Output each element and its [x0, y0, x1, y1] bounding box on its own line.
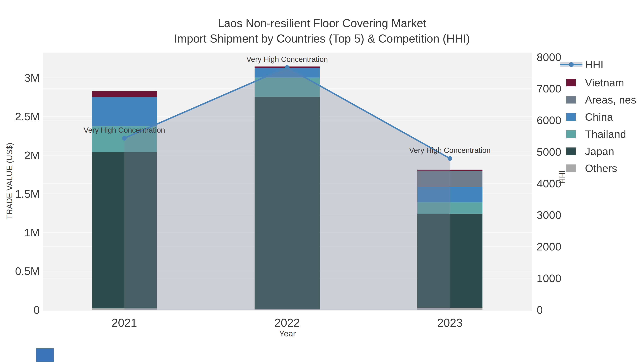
legend-label: Areas, nes	[585, 94, 636, 106]
annotation-2021: Very High Concentration	[84, 126, 165, 134]
legend-label: Vietnam	[585, 77, 624, 89]
y-left-tick: 1.5M	[15, 188, 40, 200]
y-right-tick: 8000	[537, 51, 561, 63]
y-right-tick: 5000	[537, 146, 561, 158]
legend-item-hhi[interactable]: HHI	[560, 59, 604, 71]
y-right-tick: 7000	[537, 82, 561, 95]
hhi-marker-2021[interactable]	[122, 136, 127, 140]
x-tick-2022: 2022	[274, 317, 300, 329]
y-left-tick: 0	[34, 304, 40, 316]
legend-item-japan[interactable]: Japan	[566, 145, 614, 157]
legend-label: Japan	[585, 145, 614, 157]
legend-swatch-vietnam	[566, 79, 576, 86]
y-left-tick: 1M	[24, 226, 40, 239]
legend-item-others[interactable]: Others	[566, 162, 617, 174]
x-tick-2023: 2023	[437, 317, 462, 329]
y-right-tick: 0	[537, 304, 543, 316]
annotation-2023: Very High Concentration	[409, 146, 490, 154]
hhi-marker-swatch	[569, 62, 574, 67]
y-left-tick: 3M	[24, 72, 40, 84]
legend-item-thailand[interactable]: Thailand	[566, 128, 626, 140]
x-axis-title: Year	[279, 329, 296, 338]
legend-label: Thailand	[585, 128, 626, 140]
chart-canvas: Very High ConcentrationVery High Concent…	[0, 0, 644, 362]
chart-title-line2: Import Shipment by Countries (Top 5) & C…	[174, 32, 470, 45]
legend-swatch-japan	[566, 147, 576, 155]
y-left-tick: 2M	[24, 149, 40, 161]
y-right-tick: 6000	[537, 114, 561, 126]
bar-segment-china-2021[interactable]	[92, 97, 157, 126]
hhi-marker-2022[interactable]	[285, 65, 290, 70]
legend-item-areas--nes[interactable]: Areas, nes	[566, 94, 636, 106]
bottom-left-badge	[36, 349, 54, 362]
y-left-tick: 2.5M	[15, 110, 40, 123]
legend-swatch-china	[566, 113, 576, 121]
legend-label: HHI	[585, 59, 604, 71]
y-right-tick: 3000	[537, 209, 561, 221]
annotation-2022: Very High Concentration	[246, 55, 328, 63]
legend-label: Others	[585, 162, 617, 174]
chart-title-line1: Laos Non-resilient Floor Covering Market	[218, 17, 426, 30]
x-tick-2021: 2021	[112, 317, 137, 329]
y-left-tick: 0.5M	[15, 265, 40, 277]
legend-swatch-others	[566, 164, 576, 172]
hhi-marker-2023[interactable]	[448, 156, 452, 161]
y-right-axis-title: HHI	[558, 170, 566, 184]
legend-label: China	[585, 111, 613, 123]
legend-swatch-areas--nes	[566, 96, 576, 103]
legend-item-china[interactable]: China	[566, 111, 613, 123]
legend-swatch-thailand	[566, 130, 576, 138]
y-left-axis-title: TRADE VALUE (US$)	[5, 143, 14, 220]
y-right-tick: 1000	[537, 272, 561, 284]
legend-item-vietnam[interactable]: Vietnam	[566, 77, 624, 89]
bar-segment-vietnam-2021[interactable]	[92, 91, 157, 97]
combo-chart: Very High ConcentrationVery High Concent…	[0, 0, 644, 362]
y-right-tick: 2000	[537, 240, 561, 253]
